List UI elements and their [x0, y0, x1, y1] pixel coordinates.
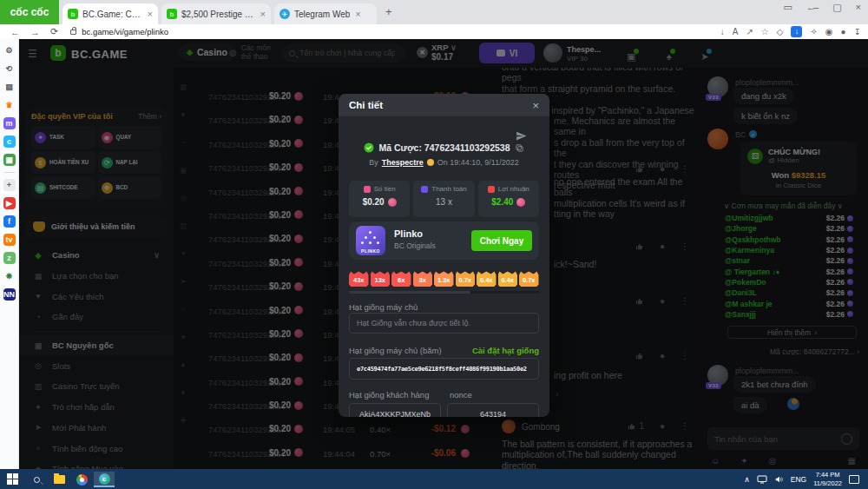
tab-plinko-challenge[interactable]: b $2,500 Prestige Plinko Chall ×: [161, 3, 271, 24]
lock-icon: [70, 30, 76, 35]
copy-icon[interactable]: [515, 143, 524, 153]
verified-shield-icon: [364, 142, 374, 153]
start-button[interactable]: [7, 473, 18, 485]
extension-row: ↓ A ↗ ☆ ◇ ↓ ✧ ◉ ● ↧: [720, 24, 861, 39]
language-indicator[interactable]: ENG: [791, 475, 806, 484]
coccoc-taskbar-icon[interactable]: c: [94, 472, 115, 487]
tab-telegram[interactable]: ✈ Telegram Web ×: [274, 3, 377, 24]
nonce-field[interactable]: 643194: [447, 403, 539, 417]
stat-label: Số tiền: [374, 185, 396, 193]
multiplier-scrollbar[interactable]: [349, 291, 539, 294]
server-seed-value: Hạt Giống vẫn chưa được tiết lộ.: [357, 319, 470, 327]
telegram-favicon: ✈: [279, 9, 290, 19]
bet-author-row: By Thespectre On 19:44:10, 9/11/2022: [339, 158, 549, 167]
server-seed-hash-field[interactable]: e7c459474fa77ae5ce9e6218f5f8ceff4086f991…: [349, 358, 539, 380]
window-extra-controls: ▭ ←: [784, 2, 816, 13]
tab-bcgame[interactable]: b BC.Game: Crypto Casino Ga ×: [62, 3, 158, 24]
network-icon[interactable]: [757, 475, 767, 484]
nonce-label: nonce: [450, 390, 472, 400]
coccoc-sidebar: ⚙ ⟲ ▤ ♛ m c ▣ + ▶ f tv: [0, 39, 19, 469]
webpage: ⚙ ⟲ ▤ ♛ m c ▣ + ▶ f tv: [0, 39, 868, 469]
game-provider: BC Originals: [394, 241, 436, 250]
maximize-button[interactable]: ▢: [832, 2, 841, 13]
multiplier-bucket: 43x: [349, 269, 369, 287]
amount-icon: [364, 186, 371, 193]
windows-taskbar: c ∧ ENG 7:44 PM11/9/2022: [0, 469, 868, 489]
url-field[interactable]: bc.game/vi/game/plinko: [70, 27, 168, 36]
close-window-button[interactable]: ×: [856, 2, 861, 13]
stat-label: Lợi nhuận: [498, 185, 529, 193]
close-tab-icon[interactable]: ×: [148, 9, 153, 19]
client-seed-value: AkiA4XKKPJMXeNb: [359, 410, 431, 418]
forward-button[interactable]: →: [30, 27, 40, 37]
bet-details-modal: Chi tiết × Mã Cược: 74762341103292538 By…: [339, 94, 549, 417]
system-tray: ∧ ENG 7:44 PM11/9/2022: [744, 469, 868, 489]
browser-tabbar: cốc cốc b BC.Game: Crypto Casino Ga × b …: [0, 0, 868, 24]
stat-value: $0.20: [363, 197, 385, 207]
multiplier-bucket: 0.7x: [519, 269, 539, 287]
stat-amount: Số tiền $0.20: [349, 181, 410, 217]
bcgame-favicon: b: [68, 9, 78, 19]
multiplier-bucket: 0.4x: [477, 269, 496, 287]
profit-icon: [488, 186, 495, 193]
game-card: PLINKO Plinko BC Originals Chơi Ngay: [349, 221, 539, 260]
stat-profit: Lợi nhuận $2.40: [478, 181, 539, 217]
stat-value: 13 x: [436, 197, 452, 207]
multiplier-bucket: 6x: [391, 269, 411, 287]
game-title: Plinko: [394, 228, 423, 239]
share-icon[interactable]: [516, 130, 527, 142]
client-seed-label: Hạt giống khách hàng: [349, 390, 429, 400]
server-seed-label: Hạt giống máy chủ: [349, 302, 418, 312]
token-coin-icon: [516, 198, 525, 207]
payout-icon: [421, 186, 428, 193]
clock[interactable]: 7:44 PM11/9/2022: [813, 471, 842, 487]
back-button[interactable]: ←: [10, 27, 20, 37]
by-label: By: [369, 158, 378, 167]
speaker-icon[interactable]: [774, 475, 784, 484]
plinko-thumbnail[interactable]: PLINKO: [356, 226, 385, 255]
server-seed-hash-value: e7c459474fa77ae5ce9e6218f5f8ceff4086f991…: [357, 366, 527, 373]
tab-preview-icon[interactable]: ▭: [784, 2, 792, 13]
new-tab-button[interactable]: +: [385, 5, 392, 18]
taskbar-search[interactable]: [26, 472, 47, 487]
window-controls: – ▢ ×: [813, 2, 861, 13]
multiplier-bucket: 13x: [371, 269, 391, 287]
coccoc-logo[interactable]: cốc cốc: [0, 0, 59, 24]
bcgame-favicon: b: [167, 9, 177, 19]
file-explorer-icon[interactable]: [49, 472, 69, 487]
modal-title: Chi tiết: [349, 100, 532, 110]
bet-id-label: Mã Cược:: [378, 142, 422, 153]
close-modal-icon[interactable]: ×: [532, 99, 539, 112]
bet-id-value: 74762341103292538: [424, 142, 510, 153]
multiplier-bucket: 0.7x: [456, 269, 476, 287]
bet-timestamp: On 19:44:10, 9/11/2022: [437, 158, 519, 167]
server-seed-field[interactable]: Hạt Giống vẫn chưa được tiết lộ.: [349, 313, 539, 334]
hidden-icons-chevron[interactable]: ∧: [744, 475, 750, 484]
tab-title: $2,500 Prestige Plinko Chall: [181, 10, 255, 19]
chrome-icon[interactable]: [71, 472, 92, 487]
bet-author[interactable]: Thespectre: [382, 158, 424, 167]
bet-stats: Số tiền $0.20 Thanh toán 13 x Lợi nhuận …: [349, 181, 539, 217]
close-tab-icon[interactable]: ×: [355, 9, 360, 19]
stat-value: $2.40: [491, 197, 513, 207]
modal-header: Chi tiết ×: [339, 94, 549, 116]
multiplier-bucket: 3x: [413, 269, 433, 287]
seed-settings-link[interactable]: Cài đặt hạt giống: [472, 346, 539, 355]
server-seed-hash-label: Hạt giống máy chủ (băm): [349, 346, 442, 355]
tab-title: BC.Game: Crypto Casino Ga: [82, 10, 142, 19]
minimize-button[interactable]: –: [813, 2, 819, 13]
tab-title: Telegram Web: [294, 10, 350, 19]
nonce-value: 643194: [480, 410, 506, 418]
stat-payout: Thanh toán 13 x: [413, 181, 474, 217]
bet-id-row: Mã Cược: 74762341103292538: [339, 142, 549, 153]
play-now-button[interactable]: Chơi Ngay: [471, 230, 532, 251]
client-seed-field[interactable]: AkiA4XKKPJMXeNb: [349, 403, 441, 417]
close-tab-icon[interactable]: ×: [260, 9, 266, 19]
url-text: bc.game/vi/game/plinko: [82, 27, 168, 36]
multiplier-strip: 43x 13x 6x 3x 1.3x 0.7x 0.4x 0.4x 0.7x: [349, 269, 539, 287]
multiplier-bucket: 1.3x: [434, 269, 454, 287]
reload-button[interactable]: ⟳: [50, 26, 58, 37]
screen: cốc cốc b BC.Game: Crypto Casino Ga × b …: [0, 0, 868, 489]
action-center-icon[interactable]: [849, 475, 859, 484]
user-emoji-icon: [427, 159, 434, 166]
